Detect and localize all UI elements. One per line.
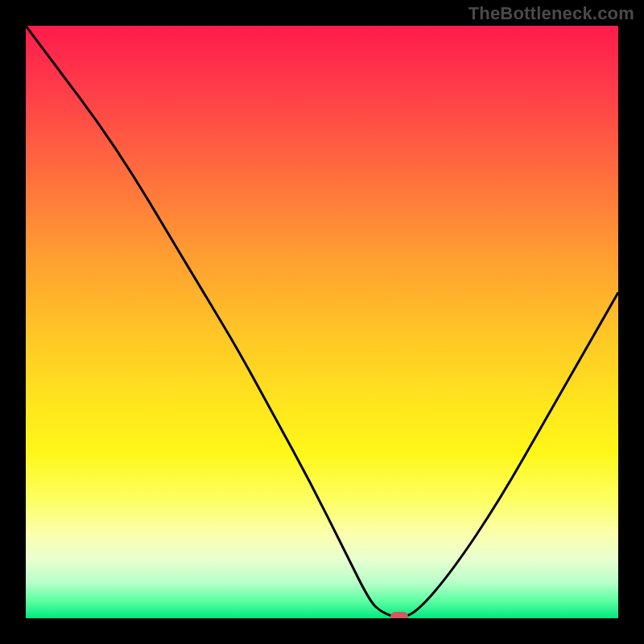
watermark-text: TheBottleneck.com xyxy=(469,3,634,24)
plot-area xyxy=(26,26,618,618)
bottleneck-curve xyxy=(26,26,618,618)
optimum-marker xyxy=(390,612,408,618)
chart-frame: TheBottleneck.com xyxy=(0,0,644,644)
